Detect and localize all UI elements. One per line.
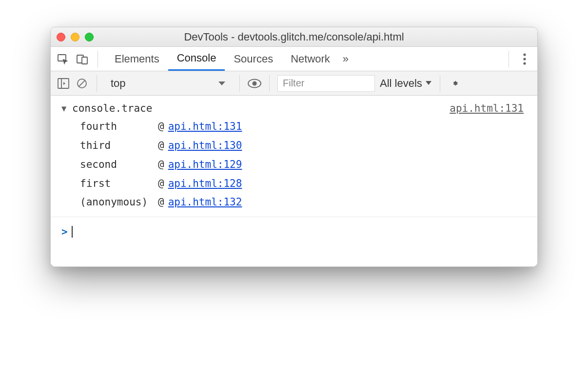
toolbar-separator [269, 75, 270, 92]
stack-frame: first @ api.html:128 [80, 174, 537, 193]
svg-point-3 [523, 53, 526, 56]
toggle-console-drawer-icon[interactable] [57, 77, 70, 90]
filter-input[interactable] [277, 75, 375, 92]
toolbar-separator [98, 51, 98, 67]
tab-elements[interactable]: Elements [106, 47, 168, 71]
settings-menu-icon[interactable] [517, 53, 532, 65]
panel-toolbar: Elements Console Sources Network » [51, 47, 537, 71]
stack-frame-link[interactable]: api.html:130 [168, 136, 242, 155]
stack-frame-link[interactable]: api.html:129 [168, 155, 242, 174]
live-expression-icon[interactable] [248, 77, 261, 90]
execution-context-label: top [111, 77, 126, 90]
tab-console[interactable]: Console [168, 47, 225, 71]
minimize-icon[interactable] [71, 33, 79, 41]
toolbar-separator [440, 75, 440, 92]
stack-trace: fourth @ api.html:131 third @ api.html:1… [51, 115, 537, 217]
svg-point-11 [253, 81, 257, 85]
stack-frame: (anonymous) @ api.html:132 [80, 193, 537, 212]
chevron-down-icon [425, 81, 432, 86]
stack-frame-function: third [80, 136, 158, 155]
tab-sources[interactable]: Sources [225, 47, 282, 71]
maximize-icon[interactable] [85, 33, 94, 41]
device-toolbar-icon[interactable] [75, 52, 90, 66]
clear-console-icon[interactable] [75, 77, 89, 90]
panel-tabs: Elements Console Sources Network » [106, 47, 353, 71]
log-levels-label: All levels [380, 77, 422, 90]
at-symbol: @ [158, 155, 164, 174]
at-symbol: @ [158, 117, 164, 136]
text-cursor [72, 226, 73, 238]
stack-frame-link[interactable]: api.html:132 [168, 193, 242, 212]
tab-network[interactable]: Network [282, 47, 339, 71]
at-symbol: @ [158, 136, 164, 155]
window-title: DevTools - devtools.glitch.me/console/ap… [51, 31, 537, 43]
tabs-overflow-button[interactable]: » [339, 47, 353, 71]
stack-frame-link[interactable]: api.html:131 [168, 117, 242, 136]
svg-rect-2 [82, 57, 87, 64]
toolbar-separator [97, 75, 97, 92]
inspect-element-icon[interactable] [56, 52, 70, 66]
console-output: ▼ console.trace api.html:131 fourth @ ap… [51, 96, 537, 266]
toolbar-separator [509, 51, 509, 67]
svg-point-4 [523, 58, 526, 60]
svg-point-5 [523, 62, 526, 64]
at-symbol: @ [158, 174, 164, 193]
prompt-caret-icon: > [61, 226, 68, 238]
stack-frame: second @ api.html:129 [80, 155, 537, 174]
window-controls [57, 33, 94, 41]
console-prompt[interactable]: > [51, 217, 537, 257]
console-settings-icon[interactable] [448, 77, 462, 90]
stack-frame: third @ api.html:130 [80, 136, 537, 155]
console-toolbar: top All levels [51, 71, 537, 96]
devtools-window: DevTools - devtools.glitch.me/console/ap… [50, 27, 538, 267]
trace-label: console.trace [72, 102, 152, 114]
stack-frame-function: fourth [80, 117, 158, 136]
execution-context-select[interactable]: top [105, 75, 232, 92]
source-link[interactable]: api.html:131 [450, 102, 524, 114]
stack-frame-function: second [80, 155, 158, 174]
chevron-down-icon [218, 81, 226, 86]
stack-frame-function: (anonymous) [80, 193, 158, 212]
disclosure-triangle-icon[interactable]: ▼ [61, 103, 70, 113]
svg-line-9 [79, 80, 85, 86]
stack-frame-function: first [80, 174, 158, 193]
log-levels-select[interactable]: All levels [380, 77, 432, 90]
close-icon[interactable] [57, 33, 65, 41]
titlebar: DevTools - devtools.glitch.me/console/ap… [51, 27, 537, 47]
at-symbol: @ [158, 193, 164, 212]
stack-frame: fourth @ api.html:131 [80, 117, 537, 136]
trace-entry: ▼ console.trace api.html:131 [51, 101, 537, 115]
stack-frame-link[interactable]: api.html:128 [168, 174, 242, 193]
toolbar-separator [239, 75, 240, 92]
